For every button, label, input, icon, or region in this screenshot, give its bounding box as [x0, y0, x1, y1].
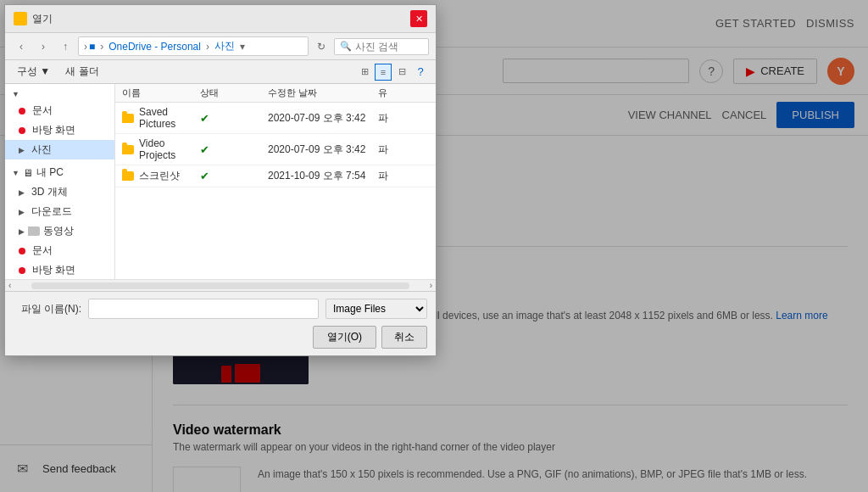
- view-btn-3[interactable]: ⊟: [393, 64, 410, 81]
- breadcrumb-folder[interactable]: 사진: [214, 39, 235, 53]
- file-name-cell: 스크린샷: [122, 169, 200, 183]
- open-button[interactable]: 열기(O): [313, 326, 376, 349]
- table-row[interactable]: 스크린샷 ✔ 2021-10-09 오후 7:54 파: [115, 165, 436, 187]
- cancel-dialog-button[interactable]: 취소: [381, 326, 427, 349]
- dialog-title: 열기: [32, 12, 53, 26]
- search-box: 🔍: [334, 38, 429, 55]
- file-extra-cell: 파: [378, 169, 429, 183]
- scrollbar-track[interactable]: [31, 282, 409, 289]
- file-dialog-footer: 파일 이름(N): Image Files 열기(O) 취소: [5, 291, 436, 355]
- breadcrumb-separator-3: ›: [206, 41, 209, 53]
- file-extra-cell: 파: [378, 111, 429, 126]
- file-list: 이름 상태 수정한 날짜 유 Saved Pictures ✔ 2020-07-…: [115, 84, 436, 279]
- dialog-close-button[interactable]: ✕: [410, 10, 427, 27]
- col-name[interactable]: 이름: [122, 87, 200, 99]
- filetype-select[interactable]: Image Files: [326, 299, 427, 319]
- status-icon: ✔: [200, 112, 209, 125]
- red-dot-icon-3: [19, 248, 25, 254]
- file-name-label: Saved Pictures: [139, 106, 200, 130]
- sidebar-item-3d[interactable]: ▶ 3D 개체: [5, 182, 114, 202]
- file-modified-cell: 2021-10-09 오후 7:54: [268, 169, 378, 183]
- view-btn-2[interactable]: ≡: [375, 64, 392, 81]
- file-status-cell: ✔: [200, 170, 268, 182]
- col-extra: 유: [378, 87, 429, 99]
- footer-buttons: 열기(O) 취소: [14, 326, 427, 349]
- nav-refresh-button[interactable]: ↻: [312, 37, 331, 56]
- file-modified-cell: 2020-07-09 오후 3:42: [268, 111, 378, 126]
- sidebar-item-videos[interactable]: ▶ 동영상: [5, 221, 114, 241]
- view-buttons: ⊞ ≡ ⊟ ?: [356, 64, 429, 81]
- col-status[interactable]: 상태: [200, 87, 268, 99]
- horizontal-scrollbar[interactable]: ‹ ›: [5, 279, 436, 291]
- breadcrumb-separator-2: ›: [100, 41, 103, 53]
- file-folder-icon: [122, 171, 134, 181]
- sidebar-item-docs-pc[interactable]: 문서: [5, 241, 114, 260]
- file-dialog-body: ▼ 문서 바탕 화면 ▶ 사진: [5, 84, 436, 279]
- pc-icon: 🖥: [23, 167, 33, 179]
- file-dialog-titlebar: 열기 ✕: [5, 5, 436, 33]
- breadcrumb-chevron[interactable]: ▾: [240, 41, 245, 53]
- search-input-field[interactable]: [355, 41, 423, 53]
- breadcrumb-onedrive[interactable]: OneDrive - Personal: [108, 41, 201, 53]
- nav-forward-button[interactable]: ›: [34, 37, 53, 56]
- search-icon: 🔍: [340, 41, 352, 52]
- table-row[interactable]: Video Projects ✔ 2020-07-09 오후 3:42 파: [115, 134, 436, 165]
- file-dialog-toolbar: 구성 ▼ 새 폴더 ⊞ ≡ ⊟ ?: [5, 60, 436, 84]
- file-dialog-nav: ‹ › ↑ › ■ › OneDrive - Personal › 사진 ▾ ↻…: [5, 33, 436, 60]
- scroll-right-btn[interactable]: ›: [426, 281, 436, 290]
- sidebar-expand-arrow[interactable]: ▼: [5, 87, 114, 101]
- nav-back-button[interactable]: ‹: [12, 37, 31, 56]
- filename-input[interactable]: [88, 299, 319, 319]
- file-name-cell: Video Projects: [122, 137, 200, 161]
- view-btn-1[interactable]: ⊞: [356, 64, 373, 81]
- folder-icon-6: [28, 226, 40, 236]
- file-dialog-sidebar: ▼ 문서 바탕 화면 ▶ 사진: [5, 84, 115, 279]
- sidebar-item-desktop-pc[interactable]: 바탕 화면: [5, 260, 114, 279]
- file-name-cell: Saved Pictures: [122, 106, 200, 130]
- status-icon: ✔: [200, 170, 209, 182]
- nav-up-button[interactable]: ↑: [56, 37, 75, 56]
- filename-label: 파일 이름(N):: [14, 302, 81, 316]
- file-status-cell: ✔: [200, 112, 268, 125]
- breadcrumb: › ■ › OneDrive - Personal › 사진 ▾: [78, 36, 309, 56]
- table-row[interactable]: Saved Pictures ✔ 2020-07-09 오후 3:42 파: [115, 103, 436, 134]
- organize-button[interactable]: 구성 ▼: [12, 63, 55, 81]
- new-folder-button[interactable]: 새 폴더: [60, 63, 103, 81]
- breadcrumb-item-1[interactable]: ■: [89, 41, 95, 53]
- breadcrumb-separator-1: ›: [84, 41, 87, 53]
- sidebar-item-downloads[interactable]: ▶ 다운로드: [5, 202, 114, 221]
- sidebar-item-documents[interactable]: 문서: [5, 101, 114, 120]
- file-dialog-overlay: 열기 ✕ ‹ › ↑ › ■ › OneDrive - Personal › 사…: [0, 0, 868, 492]
- file-extra-cell: 파: [378, 143, 429, 157]
- red-dot-icon-4: [19, 267, 25, 274]
- file-name-label: Video Projects: [139, 137, 200, 161]
- file-name-label: 스크린샷: [139, 169, 180, 183]
- file-status-cell: ✔: [200, 143, 268, 156]
- dialog-title-icon: [14, 12, 27, 25]
- file-modified-cell: 2020-07-09 오후 3:42: [268, 143, 378, 157]
- red-dot-icon-2: [19, 127, 25, 134]
- file-list-header: 이름 상태 수정한 날짜 유: [115, 84, 436, 103]
- file-folder-icon: [122, 114, 134, 123]
- scroll-left-btn[interactable]: ‹: [5, 281, 14, 290]
- status-icon: ✔: [200, 143, 209, 156]
- col-modified[interactable]: 수정한 날짜: [268, 87, 378, 99]
- sidebar-item-desktop[interactable]: 바탕 화면: [5, 120, 114, 140]
- sidebar-item-mypc[interactable]: ▼ 🖥 내 PC: [5, 163, 114, 182]
- help-view-btn[interactable]: ?: [412, 64, 429, 81]
- file-dialog: 열기 ✕ ‹ › ↑ › ■ › OneDrive - Personal › 사…: [4, 4, 437, 356]
- file-folder-icon: [122, 145, 134, 154]
- red-dot-icon: [19, 108, 25, 115]
- sidebar-item-photos[interactable]: ▶ 사진: [5, 140, 114, 159]
